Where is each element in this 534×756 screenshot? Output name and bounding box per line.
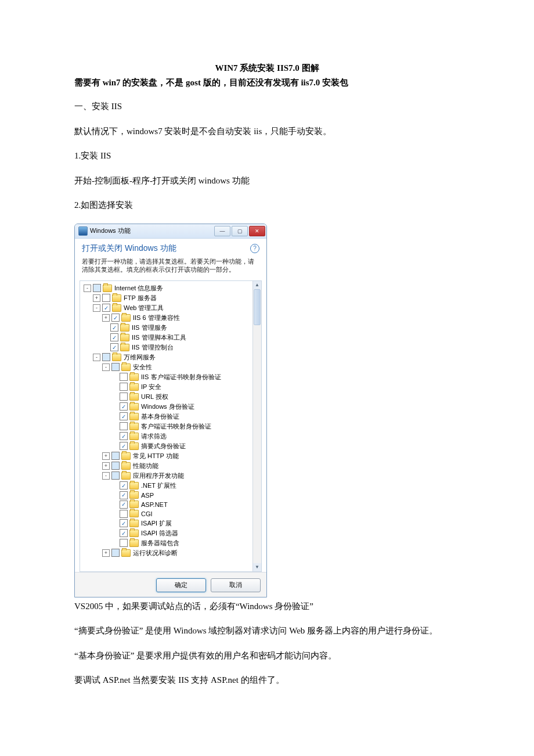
expand-icon[interactable]: + bbox=[102, 462, 110, 470]
feature-checkbox[interactable] bbox=[110, 343, 118, 351]
feature-checkbox[interactable] bbox=[111, 462, 120, 470]
tree-node-label: 常见 HTTP 功能 bbox=[133, 452, 179, 460]
tree-node[interactable]: IIS 客户端证书映射身份验证 bbox=[111, 372, 259, 382]
expand-icon[interactable]: + bbox=[102, 314, 110, 322]
folder-icon bbox=[120, 344, 129, 351]
expand-icon[interactable]: + bbox=[102, 549, 110, 557]
toggle-spacer bbox=[102, 325, 109, 331]
toggle-spacer bbox=[111, 413, 118, 420]
feature-checkbox[interactable] bbox=[102, 294, 110, 302]
feature-checkbox[interactable] bbox=[93, 284, 101, 292]
collapse-icon[interactable]: - bbox=[93, 304, 100, 312]
tree-node[interactable]: +IIS 6 管理兼容性 bbox=[102, 313, 259, 323]
tree-node-label: 基本身份验证 bbox=[141, 412, 179, 421]
feature-checkbox[interactable] bbox=[120, 383, 128, 391]
tree-node[interactable]: 客户端证书映射身份验证 bbox=[111, 422, 259, 431]
tree-node[interactable]: +性能功能 bbox=[102, 461, 259, 471]
feature-checkbox[interactable] bbox=[120, 501, 128, 509]
tree-node[interactable]: IP 安全 bbox=[111, 382, 259, 392]
tree-node-label: IIS 管理控制台 bbox=[132, 343, 174, 352]
feature-checkbox[interactable] bbox=[111, 363, 120, 371]
collapse-icon[interactable]: - bbox=[84, 285, 91, 292]
feature-checkbox[interactable] bbox=[120, 402, 128, 411]
feature-checkbox[interactable] bbox=[120, 510, 128, 518]
doc-para-5: 2.如图选择安装 bbox=[74, 199, 460, 212]
folder-icon bbox=[103, 285, 112, 292]
tree-node[interactable]: Windows 身份验证 bbox=[111, 402, 259, 412]
tree-node[interactable]: ISAPI 筛选器 bbox=[111, 528, 259, 538]
tree-node[interactable]: +FTP 服务器 bbox=[93, 293, 259, 303]
tree-node[interactable]: ASP bbox=[111, 491, 259, 500]
tree-node[interactable]: -安全性 bbox=[102, 362, 259, 372]
tree-node[interactable]: ISAPI 扩展 bbox=[111, 519, 259, 528]
feature-checkbox[interactable] bbox=[120, 519, 128, 527]
doc-para-after-2: “摘要式身份验证” 是使用 Windows 域控制器对请求访问 Web 服务器上… bbox=[74, 624, 460, 638]
folder-icon bbox=[129, 373, 139, 381]
feature-checkbox[interactable] bbox=[110, 333, 118, 341]
collapse-icon[interactable]: - bbox=[102, 472, 110, 480]
toggle-spacer bbox=[102, 334, 109, 341]
cancel-button[interactable]: 取消 bbox=[211, 578, 261, 592]
tree-node[interactable]: 摘要式身份验证 bbox=[111, 441, 259, 451]
tree-node[interactable]: -Web 管理工具 bbox=[93, 303, 259, 313]
tree-node[interactable]: 服务器端包含 bbox=[111, 538, 259, 548]
toggle-spacer bbox=[111, 374, 118, 380]
feature-checkbox[interactable] bbox=[110, 323, 118, 332]
folder-icon bbox=[121, 363, 131, 371]
doc-para-2: 默认情况下，windows7 安装时是不会自动安装 iis，只能手动安装。 bbox=[74, 125, 460, 138]
tree-node[interactable]: URL 授权 bbox=[111, 392, 259, 402]
doc-title: WIN7 系统安装 IIS7.0 图解 bbox=[74, 63, 460, 74]
tree-node-label: IIS 客户端证书映射身份验证 bbox=[141, 373, 221, 381]
toggle-spacer bbox=[111, 510, 118, 517]
tree-node[interactable]: IIS 管理脚本和工具 bbox=[102, 333, 259, 343]
tree-node[interactable]: .NET 扩展性 bbox=[111, 481, 259, 491]
feature-checkbox[interactable] bbox=[120, 529, 128, 537]
tree-node[interactable]: 基本身份验证 bbox=[111, 412, 259, 422]
feature-checkbox[interactable] bbox=[111, 549, 120, 557]
ok-button[interactable]: 确定 bbox=[156, 578, 206, 592]
tree-node[interactable]: +常见 HTTP 功能 bbox=[102, 451, 259, 461]
collapse-icon[interactable]: - bbox=[102, 363, 110, 371]
feature-checkbox[interactable] bbox=[120, 412, 128, 420]
feature-checkbox[interactable] bbox=[120, 422, 128, 430]
feature-checkbox[interactable] bbox=[120, 442, 128, 450]
tree-node-label: IIS 管理服务 bbox=[132, 323, 167, 332]
feature-checkbox[interactable] bbox=[120, 539, 128, 547]
expand-icon[interactable]: + bbox=[93, 294, 100, 302]
tree-node[interactable]: 请求筛选 bbox=[111, 431, 259, 441]
feature-checkbox[interactable] bbox=[111, 452, 120, 460]
close-button[interactable]: ✕ bbox=[249, 226, 265, 236]
expand-icon[interactable]: + bbox=[102, 452, 110, 460]
feature-checkbox[interactable] bbox=[111, 314, 120, 322]
feature-checkbox[interactable] bbox=[111, 471, 120, 480]
tree-node[interactable]: CGI bbox=[111, 509, 259, 519]
dialog-header-desc: 若要打开一种功能，请选择其复选框。若要关闭一种功能，请清除其复选框。填充的框表示… bbox=[82, 257, 259, 273]
scroll-thumb[interactable] bbox=[254, 289, 261, 325]
scroll-down-icon[interactable]: ▼ bbox=[253, 563, 261, 571]
feature-checkbox[interactable] bbox=[120, 393, 128, 401]
tree-node[interactable]: IIS 管理控制台 bbox=[102, 343, 259, 352]
tree-node[interactable]: +运行状况和诊断 bbox=[102, 548, 259, 558]
tree-node[interactable]: IIS 管理服务 bbox=[102, 323, 259, 333]
scroll-up-icon[interactable]: ▲ bbox=[253, 281, 261, 289]
folder-icon bbox=[129, 423, 139, 430]
feature-checkbox[interactable] bbox=[120, 481, 128, 489]
maximize-button[interactable]: ▢ bbox=[232, 226, 248, 236]
scrollbar[interactable]: ▲ ▼ bbox=[252, 281, 261, 571]
tree-node[interactable]: -Internet 信息服务 bbox=[84, 283, 259, 293]
folder-icon bbox=[112, 354, 121, 361]
feature-checkbox[interactable] bbox=[120, 432, 128, 440]
collapse-icon[interactable]: - bbox=[93, 354, 100, 361]
folder-icon bbox=[129, 482, 139, 489]
feature-checkbox[interactable] bbox=[102, 304, 110, 312]
tree-node[interactable]: -应用程序开发功能 bbox=[102, 471, 259, 481]
feature-checkbox[interactable] bbox=[120, 373, 128, 381]
feature-checkbox[interactable] bbox=[120, 491, 128, 499]
tree-node-label: IP 安全 bbox=[141, 383, 161, 391]
tree-node[interactable]: ASP.NET bbox=[111, 500, 259, 509]
tree-node[interactable]: -万维网服务 bbox=[93, 352, 259, 362]
help-icon[interactable]: ? bbox=[250, 244, 259, 253]
feature-checkbox[interactable] bbox=[102, 353, 110, 361]
minimize-button[interactable]: — bbox=[214, 226, 230, 236]
app-icon bbox=[78, 226, 88, 236]
